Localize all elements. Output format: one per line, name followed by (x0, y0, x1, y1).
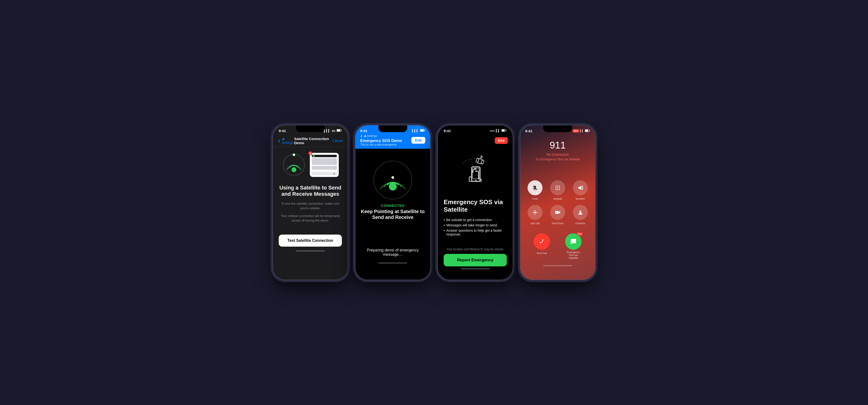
facetime-button[interactable]: ? FaceTime (549, 205, 567, 225)
sos-action-wrapper: SOS (565, 233, 582, 250)
emergency-text-button[interactable]: SOS Emergency Text via Satellite (565, 233, 582, 259)
signal-graphic (371, 158, 414, 202)
call-controls: mute keypad (520, 176, 595, 229)
svg-rect-2 (337, 129, 340, 131)
svg-rect-20 (481, 160, 484, 164)
bullet-1: Be outside to get a connection. (444, 217, 507, 222)
sub-text-1: To test the satellite connection, make s… (279, 201, 342, 211)
battery-icon (337, 129, 342, 133)
phone1-notch (296, 125, 325, 132)
svg-point-4 (293, 154, 295, 156)
contacts-circle (573, 205, 588, 220)
keypad-label: keypad (553, 197, 562, 200)
phone-mockup: ✕ ⊕ (310, 153, 339, 177)
satellite-icon-area (438, 146, 513, 194)
close-icon: ✕ (308, 151, 312, 155)
bullet-2: Messages will take longer to send. (444, 222, 507, 228)
phone1-status-icons: ▎▎▎ 5G (324, 129, 342, 133)
phone2-status-icons: ▎▎▎ (412, 129, 425, 133)
sos-title-block: ❮ ◀ Settings Emergency SOS Demo This is … (360, 134, 402, 146)
home-indicator (296, 250, 325, 251)
end-button[interactable]: End (495, 137, 508, 144)
keep-pointing-text: Keep Pointing at Satellite to Send and R… (360, 209, 425, 220)
phone4-notch (543, 125, 572, 132)
svg-point-34 (556, 189, 557, 190)
keypad-circle (550, 180, 565, 195)
signal-icon: ▎▎ (580, 129, 584, 133)
phone4-time: 9:41 (525, 129, 532, 133)
add-call-label: add call (530, 222, 539, 225)
bottom-actions: End Call SOS Emergency Text via Satellit… (520, 229, 595, 263)
bullet-3: Answer questions to help get a faster re… (444, 228, 507, 237)
sos-main-title: Emergency SOS via Satellite (444, 198, 507, 213)
back-button[interactable]: ❮ ◀ Settings (360, 134, 402, 138)
end-call-button[interactable]: End Call (534, 233, 550, 255)
satellite-text: Try Emergency Text via Satellite (525, 157, 590, 161)
sos-main-content: Emergency SOS via Satellite Be outside t… (438, 194, 513, 246)
phone1-time: 9:41 (279, 129, 286, 133)
mock-bar (312, 155, 337, 157)
connected-label: CONNECTED (381, 204, 405, 208)
add-call-button[interactable]: add call (526, 205, 544, 225)
svg-point-36 (559, 189, 560, 190)
sos-action-label: Emergency Text via Satellite (565, 251, 582, 259)
signal-icon: ▎▎▎ (324, 129, 331, 133)
sos-demo-subtitle: This is not a real emergency (360, 143, 402, 146)
svg-point-9 (374, 161, 412, 199)
speaker-button[interactable]: speaker (571, 180, 589, 200)
mock-rect1 (312, 158, 337, 165)
page-title: Satellite Connection Demo (294, 137, 332, 145)
phone2-screen: 9:41 ▎▎▎ (355, 125, 430, 280)
chevron-left-icon: ❮ (360, 134, 363, 138)
end-call-label: End Call (537, 252, 547, 255)
sos-demo-title: Emergency SOS Demo (360, 138, 402, 143)
location-text: Your location and Medical ID may be shar… (438, 248, 513, 251)
contacts-label: contacts (576, 222, 585, 225)
mute-label: mute (532, 197, 538, 200)
phone3-header: End (438, 135, 513, 146)
signal-icon: ▎▎ (496, 129, 500, 133)
back-button[interactable]: ❮ ◀ Settings (278, 137, 294, 145)
demo-illustration: ✕ ⊕ (273, 147, 348, 181)
mute-button[interactable]: mute (526, 180, 544, 200)
cancel-button[interactable]: Cancel (332, 139, 343, 143)
sub-text-2: Your cellular connection will be tempora… (279, 214, 342, 223)
svg-rect-14 (502, 129, 505, 131)
svg-rect-13 (506, 130, 506, 131)
keypad-button[interactable]: keypad (549, 180, 567, 200)
back-label: ◀ Settings (364, 134, 377, 138)
phone3-time: 9:41 (444, 129, 451, 133)
contacts-button[interactable]: contacts (571, 205, 589, 225)
phone2-notch (378, 125, 407, 132)
svg-point-11 (389, 183, 397, 190)
phone2-frame: 9:41 ▎▎▎ (355, 125, 430, 280)
no-connection-text: No Connection (525, 153, 590, 156)
phone4-wrapper: 9:41 SOS ▎▎ 911 (520, 125, 595, 280)
sos-badge-header: SOS ▎▎ (572, 129, 590, 133)
call-number: 911 (525, 140, 590, 151)
signal-area: CONNECTED Keep Pointing at Satellite to … (355, 149, 430, 239)
test-satellite-button[interactable]: Test Satellite Connection (279, 235, 342, 247)
end-call-circle (534, 233, 550, 250)
svg-point-5 (291, 167, 296, 172)
back-label[interactable]: ◀ Settings (282, 137, 294, 145)
svg-rect-1 (341, 130, 342, 131)
svg-rect-7 (425, 130, 425, 131)
svg-point-29 (557, 186, 558, 187)
call-info: 911 No Connection Try Emergency Text via… (520, 135, 595, 166)
svg-point-35 (557, 189, 558, 190)
svg-marker-37 (579, 186, 581, 190)
phone1-screen: 9:41 ▎▎▎ 5G (273, 125, 348, 280)
svg-rect-25 (585, 130, 588, 132)
end-button[interactable]: End (411, 137, 425, 144)
svg-point-30 (559, 186, 560, 187)
svg-point-28 (556, 186, 557, 187)
sos-badge-icon: SOS (572, 129, 579, 133)
svg-point-33 (559, 187, 560, 188)
sos-badge-icon: SOS (577, 232, 583, 236)
report-emergency-button[interactable]: Report Emergency (444, 254, 507, 267)
mock-input: ⊕ (312, 172, 337, 175)
phone3-notch (461, 125, 490, 132)
speaker-circle (573, 180, 588, 195)
network-icon: 5G (332, 129, 335, 132)
